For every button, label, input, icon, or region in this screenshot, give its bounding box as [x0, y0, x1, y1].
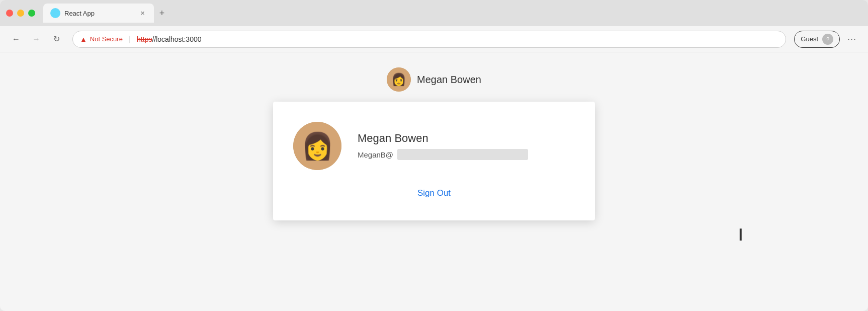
- forward-button: →: [28, 31, 44, 47]
- toolbar: ← → ↻ ▲ Not Secure | https//localhost:30…: [0, 26, 868, 52]
- new-tab-button[interactable]: +: [154, 5, 170, 21]
- reload-button[interactable]: ↻: [48, 31, 64, 47]
- close-button[interactable]: [6, 10, 13, 17]
- sign-out-button[interactable]: Sign Out: [413, 186, 455, 200]
- minimize-button[interactable]: [17, 10, 24, 17]
- svg-point-0: [54, 12, 56, 14]
- traffic-lights: [6, 10, 35, 17]
- react-logo-icon: [51, 9, 59, 17]
- url-separator: |: [129, 35, 131, 44]
- warning-icon: ▲: [80, 35, 87, 43]
- user-name-header: Megan Bowen: [417, 74, 481, 86]
- profile-email-row: MeganB@: [358, 149, 575, 160]
- maximize-button[interactable]: [28, 10, 35, 17]
- avatar-image-small: 👩: [387, 67, 411, 92]
- profile-name: Megan Bowen: [358, 132, 575, 145]
- cursor: ▎: [740, 228, 747, 241]
- avatar-image-large: 👩: [293, 122, 341, 170]
- profile-section: 👩 Megan Bowen MeganB@: [293, 122, 575, 170]
- tab-title: React App: [64, 10, 134, 17]
- page-content: 👩 Megan Bowen 👩 Megan Bowen MeganB@ Sign…: [0, 52, 868, 311]
- url-display: https//localhost:3000: [137, 35, 201, 43]
- user-avatar-large: 👩: [293, 122, 341, 170]
- guest-avatar: ?: [822, 34, 833, 45]
- url-https: https: [137, 35, 152, 43]
- active-tab[interactable]: React App ✕: [43, 4, 154, 23]
- not-secure-label: Not Secure: [90, 35, 123, 43]
- email-redacted-bar: [397, 149, 528, 160]
- tab-favicon: [50, 8, 60, 18]
- profile-email-prefix: MeganB@: [358, 150, 393, 159]
- browser-window: React App ✕ + ← → ↻ ▲ Not Secure | https…: [0, 0, 868, 311]
- title-bar: React App ✕ +: [0, 0, 868, 26]
- profile-info: Megan Bowen MeganB@: [358, 132, 575, 160]
- back-button[interactable]: ←: [8, 31, 24, 47]
- tab-bar: React App ✕ +: [43, 4, 862, 23]
- guest-label: Guest: [801, 35, 818, 43]
- user-avatar-small: 👩: [387, 67, 411, 92]
- profile-dropdown-card: 👩 Megan Bowen MeganB@ Sign Out: [273, 102, 595, 220]
- guest-profile-button[interactable]: Guest ?: [794, 31, 840, 48]
- tab-close-button[interactable]: ✕: [138, 9, 147, 18]
- security-warning: ▲ Not Secure: [80, 35, 123, 43]
- more-options-button[interactable]: ···: [844, 31, 860, 47]
- user-header: 👩 Megan Bowen: [387, 67, 481, 92]
- address-bar[interactable]: ▲ Not Secure | https//localhost:3000: [72, 31, 786, 48]
